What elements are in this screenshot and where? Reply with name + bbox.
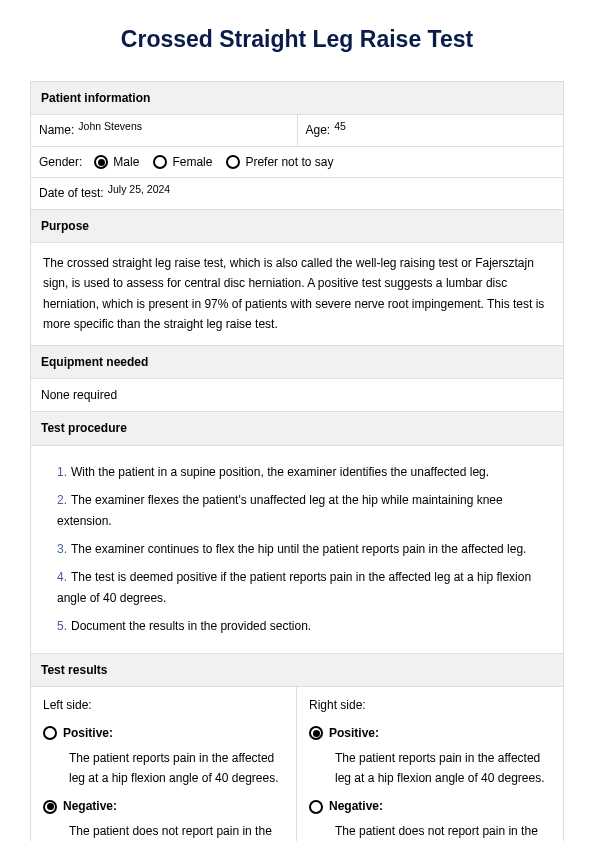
positive-desc: The patient reports pain in the affected… xyxy=(69,748,284,789)
name-label: Name: xyxy=(39,120,74,140)
positive-label: Positive: xyxy=(63,723,113,743)
radio-checked-icon xyxy=(94,155,108,169)
date-label: Date of test: xyxy=(39,183,104,203)
age-label: Age: xyxy=(306,120,331,140)
positive-desc: The patient reports pain in the affected… xyxy=(335,748,551,789)
gender-female-label: Female xyxy=(172,152,212,172)
purpose-text: The crossed straight leg raise test, whi… xyxy=(30,243,564,346)
negative-desc: The patient does not report pain in the … xyxy=(335,821,551,841)
results-header: Test results xyxy=(30,654,564,687)
results-right: Right side: Positive: The patient report… xyxy=(297,687,563,841)
gender-pnts-label: Prefer not to say xyxy=(245,152,333,172)
gender-female-option[interactable]: Female xyxy=(153,152,212,172)
radio-icon xyxy=(226,155,240,169)
equipment-text: None required xyxy=(30,379,564,412)
list-item: 5.Document the results in the provided s… xyxy=(57,616,543,636)
radio-icon xyxy=(153,155,167,169)
gender-pnts-option[interactable]: Prefer not to say xyxy=(226,152,333,172)
age-value: 45 xyxy=(334,118,346,136)
gender-label: Gender: xyxy=(39,152,82,172)
gender-male-option[interactable]: Male xyxy=(94,152,139,172)
right-negative-option[interactable]: Negative: The patient does not report pa… xyxy=(309,796,551,841)
right-side-label: Right side: xyxy=(309,695,551,715)
negative-label: Negative: xyxy=(63,796,117,816)
purpose-header: Purpose xyxy=(30,210,564,243)
procedure-header: Test procedure xyxy=(30,412,564,445)
date-cell: Date of test: July 25, 2024 xyxy=(31,178,564,208)
left-negative-option[interactable]: Negative: The patient does not report pa… xyxy=(43,796,284,841)
left-positive-option[interactable]: Positive: The patient reports pain in th… xyxy=(43,723,284,788)
date-value: July 25, 2024 xyxy=(108,181,170,199)
patient-info-header: Patient information xyxy=(30,81,564,115)
negative-desc: The patient does not report pain in the … xyxy=(69,821,284,841)
left-side-label: Left side: xyxy=(43,695,284,715)
results-left: Left side: Positive: The patient reports… xyxy=(31,687,297,841)
age-cell: Age: 45 xyxy=(298,115,565,145)
radio-checked-icon xyxy=(309,726,323,740)
radio-icon xyxy=(309,800,323,814)
gender-male-label: Male xyxy=(113,152,139,172)
radio-icon xyxy=(43,726,57,740)
page-title: Crossed Straight Leg Raise Test xyxy=(30,20,564,59)
procedure-list: 1.With the patient in a supine position,… xyxy=(43,456,551,643)
results-row: Left side: Positive: The patient reports… xyxy=(30,687,564,841)
radio-checked-icon xyxy=(43,800,57,814)
list-item: 1.With the patient in a supine position,… xyxy=(57,462,543,482)
gender-row: Gender: Male Female Prefer not to say xyxy=(31,147,564,177)
name-value: John Stevens xyxy=(78,118,142,136)
right-positive-option[interactable]: Positive: The patient reports pain in th… xyxy=(309,723,551,788)
list-item: 3.The examiner continues to flex the hip… xyxy=(57,539,543,559)
equipment-header: Equipment needed xyxy=(30,346,564,379)
list-item: 4.The test is deemed positive if the pat… xyxy=(57,567,543,608)
procedure-box: 1.With the patient in a supine position,… xyxy=(30,446,564,654)
list-item: 2.The examiner flexes the patient's unaf… xyxy=(57,490,543,531)
positive-label: Positive: xyxy=(329,723,379,743)
name-cell: Name: John Stevens xyxy=(31,115,298,145)
negative-label: Negative: xyxy=(329,796,383,816)
